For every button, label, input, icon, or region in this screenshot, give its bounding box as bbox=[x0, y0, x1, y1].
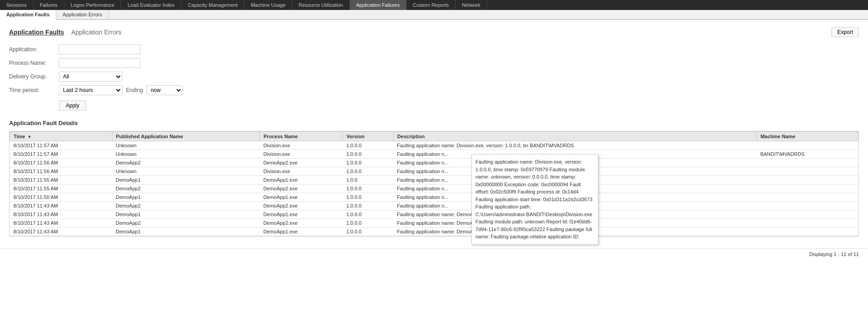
cell-5 bbox=[756, 141, 858, 150]
cell-2: DemoApp1.exe bbox=[260, 176, 343, 184]
cell-3: 1.0.0.0 bbox=[343, 184, 393, 193]
page-title[interactable]: Application Faults bbox=[9, 29, 64, 36]
cell-2: DemoApp1.exe bbox=[260, 210, 343, 219]
nav-capacity-management[interactable]: Capacity Management bbox=[181, 0, 244, 10]
table-container[interactable]: Time ▼ Published Application Name Proces… bbox=[9, 131, 859, 237]
table-row[interactable]: 8/10/2017 11:43 AMDemoApp1DemoApp1.exe1.… bbox=[10, 227, 858, 236]
col-process-name[interactable]: Process Name bbox=[260, 132, 343, 141]
cell-3: 1.0.0.0 bbox=[343, 159, 393, 167]
cell-0: 8/10/2017 11:55 AM bbox=[10, 184, 112, 193]
ending-label: Ending bbox=[126, 87, 143, 93]
nav-resource-utilization[interactable]: Resource Utilization bbox=[292, 0, 350, 10]
cell-2: Division.exe bbox=[260, 167, 343, 176]
filter-section: Application: 🔍 Process Name: Delivery Gr… bbox=[9, 44, 859, 111]
nav-logon-performance[interactable]: Logon Performance bbox=[64, 0, 121, 10]
nav-sessions[interactable]: Sessions bbox=[0, 0, 34, 10]
sort-arrow-time: ▼ bbox=[28, 135, 32, 139]
table-row[interactable]: 8/10/2017 11:57 AMUnknownDivision.exe1.0… bbox=[10, 150, 858, 159]
table-row[interactable]: 8/10/2017 11:43 AMDemoApp2DemoApp2.exe1.… bbox=[10, 202, 858, 210]
cell-0: 8/10/2017 11:57 AM bbox=[10, 141, 112, 150]
cell-5 bbox=[756, 202, 858, 210]
cell-1: Unknown bbox=[112, 141, 260, 150]
apply-row: Apply bbox=[9, 99, 859, 111]
cell-0: 8/10/2017 11:57 AM bbox=[10, 150, 112, 159]
table-row[interactable]: 8/10/2017 11:43 AMDemoApp1DemoApp1.exe1.… bbox=[10, 210, 858, 219]
cell-0: 8/10/2017 11:55 AM bbox=[10, 176, 112, 184]
process-name-input[interactable] bbox=[59, 58, 141, 68]
cell-1: DemoApp2 bbox=[112, 184, 260, 193]
secondary-navigation: Application Faults Application Errors bbox=[0, 10, 868, 20]
cell-3: 1.0.0 bbox=[343, 176, 393, 184]
cell-5 bbox=[756, 167, 858, 176]
table-row[interactable]: 8/10/2017 11:50 AMDemoApp1DemoApp1.exe1.… bbox=[10, 193, 858, 202]
table-row[interactable]: 8/10/2017 11:55 AMDemoApp1DemoApp1.exe1.… bbox=[10, 176, 858, 184]
process-name-label: Process Name: bbox=[9, 60, 59, 66]
page-subtitle: Application Errors bbox=[71, 29, 121, 36]
export-button[interactable]: Export bbox=[831, 27, 859, 37]
cell-5 bbox=[756, 184, 858, 193]
process-name-filter-row: Process Name: bbox=[9, 58, 859, 68]
cell-5 bbox=[756, 193, 858, 202]
cell-1: DemoApp1 bbox=[112, 210, 260, 219]
cell-5 bbox=[756, 210, 858, 219]
cell-2: DemoApp2.exe bbox=[260, 219, 343, 227]
cell-3: 1.0.0.0 bbox=[343, 227, 393, 236]
nav-application-failures[interactable]: Application Failures bbox=[350, 0, 407, 10]
delivery-group-label: Delivery Group: bbox=[9, 73, 59, 80]
apply-button[interactable]: Apply bbox=[59, 101, 86, 111]
col-time[interactable]: Time ▼ bbox=[10, 132, 112, 141]
application-filter-row: Application: 🔍 bbox=[9, 44, 859, 54]
ending-select[interactable]: now bbox=[146, 85, 183, 95]
display-count: Displaying 1 - 11 of 11 bbox=[810, 251, 859, 257]
cell-0: 8/10/2017 11:43 AM bbox=[10, 219, 112, 227]
application-label: Application: bbox=[9, 46, 59, 53]
table-row[interactable]: 8/10/2017 11:56 AMUnknownDivision.exe1.0… bbox=[10, 167, 858, 176]
application-input[interactable] bbox=[59, 44, 141, 54]
cell-5: BANDIT\MVADRDS bbox=[756, 150, 858, 159]
nav-failures[interactable]: Failures bbox=[34, 0, 64, 10]
cell-4: Faulting application name: Division.exe,… bbox=[393, 141, 757, 150]
time-period-filter-row: Time period: Last 2 hours Last 4 hours L… bbox=[9, 85, 859, 95]
application-search-wrapper: 🔍 bbox=[59, 44, 141, 54]
table-row[interactable]: 8/10/2017 11:56 AMDemoApp2DemoApp2.exe1.… bbox=[10, 159, 858, 167]
col-machine-name[interactable]: Machine Name bbox=[756, 132, 858, 141]
cell-3: 1.0.0.0 bbox=[343, 202, 393, 210]
cell-1: DemoApp2 bbox=[112, 202, 260, 210]
cell-1: DemoApp1 bbox=[112, 193, 260, 202]
table-row[interactable]: 8/10/2017 11:43 AMDemoApp2DemoApp2.exe1.… bbox=[10, 219, 858, 227]
nav-load-evaluator-index[interactable]: Load Evaluator Index bbox=[121, 0, 181, 10]
time-period-label: Time period: bbox=[9, 87, 59, 93]
cell-3: 1.0.0.0 bbox=[343, 150, 393, 159]
cell-3: 1.0.0.0 bbox=[343, 219, 393, 227]
page-header: Application Faults Application Errors Ex… bbox=[9, 27, 859, 37]
tab-application-faults[interactable]: Application Faults bbox=[0, 10, 56, 20]
col-description[interactable]: Description bbox=[393, 132, 757, 141]
col-version[interactable]: Version bbox=[343, 132, 393, 141]
nav-machine-usage[interactable]: Machine Usage bbox=[244, 0, 292, 10]
cell-3: 1.0.0.0 bbox=[343, 210, 393, 219]
cell-0: 8/10/2017 11:43 AM bbox=[10, 210, 112, 219]
nav-custom-reports[interactable]: Custom Reports bbox=[407, 0, 456, 10]
table-row[interactable]: 8/10/2017 11:57 AMUnknownDivision.exe1.0… bbox=[10, 141, 858, 150]
tab-application-errors[interactable]: Application Errors bbox=[56, 10, 109, 19]
col-app-name[interactable]: Published Application Name bbox=[112, 132, 260, 141]
table-row[interactable]: 8/10/2017 11:55 AMDemoApp2DemoApp2.exe1.… bbox=[10, 184, 858, 193]
cell-0: 8/10/2017 11:50 AM bbox=[10, 193, 112, 202]
footer: Displaying 1 - 11 of 11 bbox=[0, 248, 868, 260]
cell-5 bbox=[756, 227, 858, 236]
cell-5 bbox=[756, 219, 858, 227]
cell-5 bbox=[756, 176, 858, 184]
cell-1: Unknown bbox=[112, 150, 260, 159]
delivery-group-select[interactable]: All bbox=[59, 72, 122, 82]
top-navigation: Sessions Failures Logon Performance Load… bbox=[0, 0, 868, 10]
nav-network[interactable]: Network bbox=[456, 0, 487, 10]
cell-1: DemoApp1 bbox=[112, 176, 260, 184]
main-content: Application Faults Application Errors Ex… bbox=[0, 20, 868, 244]
cell-2: DemoApp2.exe bbox=[260, 184, 343, 193]
time-period-select[interactable]: Last 2 hours Last 4 hours Last 8 hours L… bbox=[59, 85, 122, 95]
cell-5 bbox=[756, 159, 858, 167]
cell-2: DemoApp1.exe bbox=[260, 227, 343, 236]
cell-0: 8/10/2017 11:56 AM bbox=[10, 167, 112, 176]
delivery-group-filter-row: Delivery Group: All bbox=[9, 72, 859, 82]
cell-2: Division.exe bbox=[260, 141, 343, 150]
